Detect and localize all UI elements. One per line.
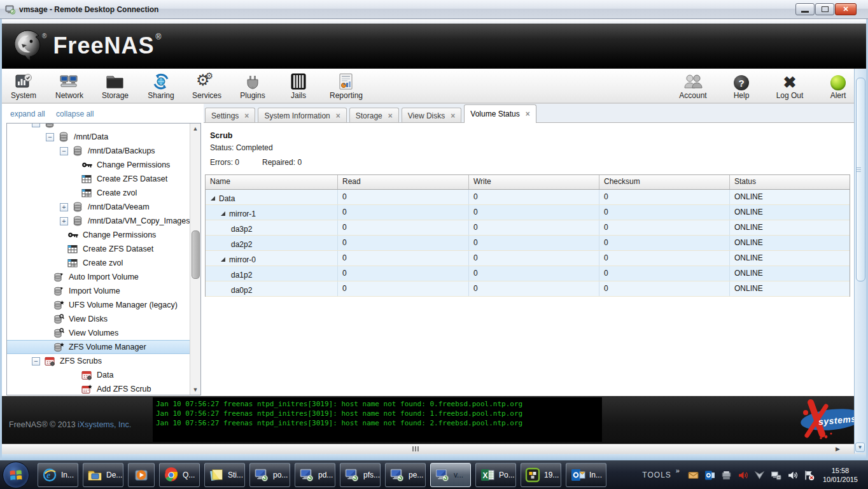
taskbar-rdp-v[interactable]: v... — [430, 463, 471, 487]
restore-button[interactable] — [815, 3, 834, 15]
expanded-arrow-icon[interactable] — [211, 196, 215, 201]
horizontal-scrollbar[interactable]: ▶ — [0, 444, 868, 454]
toolbar-network[interactable]: Network — [55, 71, 84, 100]
tree-scroll-down-icon[interactable]: ▼ — [190, 385, 200, 395]
collapse-toggle-icon[interactable]: − — [60, 147, 68, 155]
tab-view-disks[interactable]: View Disks× — [402, 108, 461, 123]
taskbar-ie-in[interactable]: eIn... — [38, 463, 78, 487]
toolbar-chevron-icon[interactable]: » — [676, 467, 680, 474]
column-header-read[interactable]: Read — [338, 175, 469, 189]
taskbar-clock[interactable]: 15:58 10/01/2015 — [823, 466, 858, 484]
tab-close-icon[interactable]: × — [388, 111, 393, 120]
start-button[interactable] — [3, 462, 29, 488]
tree-item-ufs-volume-manager-legacy[interactable]: UFS Volume Manager (legacy) — [7, 298, 190, 312]
tree-item-change-permissions[interactable]: Change Permissions — [7, 228, 190, 242]
tree-item-change-permissions[interactable]: Change Permissions — [7, 158, 190, 172]
taskbar-wmp[interactable] — [128, 463, 155, 487]
collapse-toggle-icon[interactable]: − — [32, 123, 40, 127]
taskbar-outlook-in[interactable]: In... — [566, 463, 606, 487]
table-row-da0p2[interactable]: da0p2000ONLINE — [206, 281, 850, 297]
taskbar-rdp-pfs[interactable]: pfs... — [340, 463, 381, 487]
ixsystems-link[interactable]: iXsystems, Inc. — [78, 420, 131, 429]
tree-scrollbar[interactable]: ▲ ▼ — [190, 124, 200, 395]
taskbar-chrome-q[interactable]: Q... — [159, 463, 200, 487]
taskbar-excel-po[interactable]: XPo... — [475, 463, 516, 487]
rdp-titlebar[interactable]: vmsage - Remote Desktop Connection ✕ — [0, 0, 868, 19]
expanded-arrow-icon[interactable] — [221, 257, 225, 262]
toolbar-account[interactable]: Account — [678, 71, 708, 100]
tab-close-icon[interactable]: × — [526, 110, 530, 118]
toolbar-jails[interactable]: Jails — [284, 71, 313, 100]
tree-item-create-zfs-dataset[interactable]: Create ZFS Dataset — [7, 242, 190, 256]
expand-all-link[interactable]: expand all — [10, 110, 45, 118]
taskbar-explorer-de[interactable]: De... — [83, 463, 123, 487]
tree-item-mnt-data-vm-copy-images[interactable]: +/mnt/Data/VM_Copy_Images — [7, 214, 190, 228]
table-row-da3p2[interactable]: da3p2000ONLINE — [206, 220, 850, 236]
red-speaker-icon[interactable] — [738, 470, 748, 481]
table-row-mirror-0[interactable]: mirror-0000ONLINE — [206, 251, 850, 266]
taskbar-sticky-sti[interactable]: Sti... — [204, 463, 245, 487]
tree-item-auto-import-volume[interactable]: Auto Import Volume — [7, 270, 190, 284]
scroll-right-icon[interactable]: ▶ — [836, 446, 840, 452]
collapse-toggle-icon[interactable]: − — [46, 133, 54, 141]
tab-close-icon[interactable]: × — [336, 111, 340, 120]
antivirus-icon[interactable] — [754, 470, 765, 481]
console-log[interactable]: Jan 10 07:56:27 freenas ntpd_initres[301… — [153, 397, 602, 442]
taskbar-vsphere-19[interactable]: 19... — [521, 463, 561, 487]
tree-item-data[interactable]: Data — [7, 368, 190, 382]
expand-toggle-icon[interactable]: + — [60, 203, 68, 211]
tree-item-create-zfs-dataset[interactable]: Create ZFS Dataset — [7, 172, 190, 186]
expand-toggle-icon[interactable]: + — [60, 217, 68, 225]
splitter-grip[interactable] — [412, 446, 419, 451]
tab-volume-status[interactable]: Volume Status× — [464, 104, 536, 123]
outlook-tray-icon[interactable] — [704, 470, 715, 481]
tree-item-zfs-scrubs[interactable]: −ZFS Scrubs — [7, 354, 190, 368]
browser-scroll-down-icon[interactable]: ▼ — [855, 443, 865, 452]
tree-item-import-volume[interactable]: Import Volume — [7, 284, 190, 298]
tree-scrollbar-thumb[interactable] — [192, 230, 200, 279]
tree-scroll-up-icon[interactable]: ▲ — [190, 124, 200, 134]
tree-item[interactable]: − — [7, 123, 190, 130]
tree-item-zfs-volume-manager[interactable]: ZFS Volume Manager — [7, 340, 190, 354]
taskbar-rdp-po[interactable]: po... — [249, 463, 290, 487]
tab-storage[interactable]: Storage× — [349, 108, 399, 123]
column-header-write[interactable]: Write — [469, 175, 599, 189]
tree-item-add-zfs-scrub[interactable]: Add ZFS Scrub — [7, 382, 190, 395]
toolbar-sharing[interactable]: Sharing — [146, 71, 176, 100]
tree-item-view-volumes[interactable]: View Volumes — [7, 326, 190, 340]
device-icon[interactable] — [721, 470, 732, 481]
toolbar-services[interactable]: ⚙⚙Services — [192, 71, 221, 100]
table-row-da1p2[interactable]: da1p2000ONLINE — [206, 266, 850, 281]
speaker-icon[interactable] — [787, 470, 798, 481]
minimize-button[interactable] — [795, 3, 815, 15]
collapse-toggle-icon[interactable]: − — [32, 357, 40, 365]
column-header-name[interactable]: Name — [206, 175, 338, 189]
column-header-checksum[interactable]: Checksum — [599, 175, 730, 189]
toolbar-storage[interactable]: Storage — [101, 71, 130, 100]
tree-item-mnt-data[interactable]: −/mnt/Data — [7, 130, 190, 144]
toolbar-plugins[interactable]: Plugins — [238, 71, 267, 100]
tab-close-icon[interactable]: × — [451, 111, 455, 120]
tab-close-icon[interactable]: × — [244, 111, 249, 120]
collapse-all-link[interactable]: collapse all — [56, 110, 94, 118]
close-button[interactable]: ✕ — [835, 3, 857, 15]
toolbar-help[interactable]: ?Help — [727, 71, 756, 100]
table-row-data[interactable]: Data000ONLINE — [206, 190, 850, 205]
taskbar-rdp-pe[interactable]: pe... — [385, 463, 426, 487]
browser-scrollbar-thumb[interactable] — [856, 78, 865, 281]
tree-item-mnt-data-veeam[interactable]: +/mnt/Data/Veeam — [7, 200, 190, 214]
mail-icon[interactable] — [688, 470, 699, 481]
table-row-mirror-1[interactable]: mirror-1000ONLINE — [206, 205, 850, 220]
toolbar-log-out[interactable]: ✖Log Out — [775, 71, 804, 100]
tree-item-create-zvol[interactable]: Create zvol — [7, 256, 190, 270]
toolbar-system[interactable]: System — [9, 71, 38, 100]
tools-toolbar[interactable]: TOOLS — [642, 471, 671, 479]
tree-item-view-disks[interactable]: View Disks — [7, 312, 190, 326]
tree-item-create-zvol[interactable]: Create zvol — [7, 186, 190, 200]
taskbar-rdp-pd[interactable]: pd... — [295, 463, 335, 487]
network-tray-icon[interactable] — [771, 470, 781, 481]
toolbar-reporting[interactable]: Reporting — [330, 71, 363, 100]
toolbar-alert[interactable]: Alert — [823, 71, 853, 100]
table-row-da2p2[interactable]: da2p2000ONLINE — [206, 236, 850, 251]
action-center-icon[interactable] — [804, 470, 815, 481]
